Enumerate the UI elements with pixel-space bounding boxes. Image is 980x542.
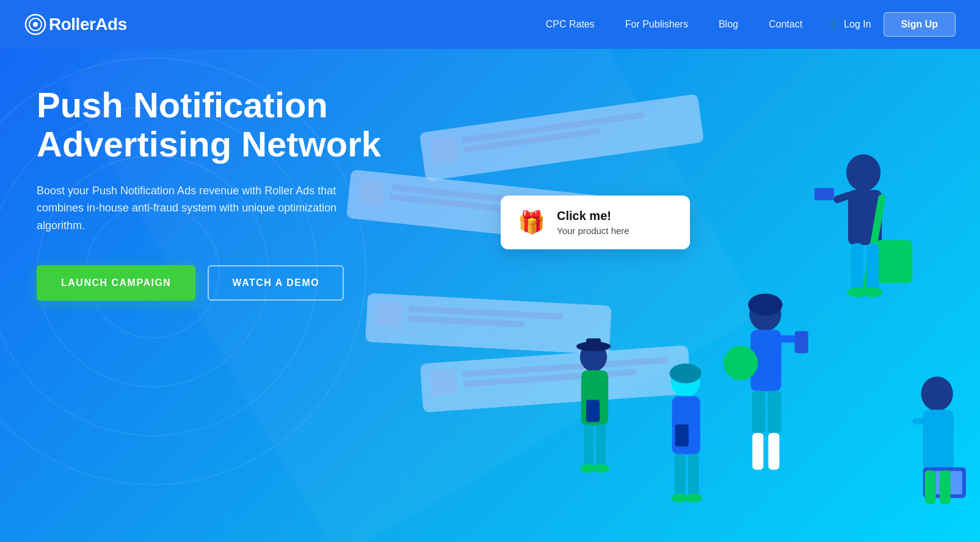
navigation: RollerAds CPC Rates For Publishers Blog … [0, 0, 980, 49]
svg-point-13 [724, 346, 758, 380]
svg-rect-5 [815, 188, 834, 200]
hero-buttons: LAUNCH CAMPAIGN WATCH A DEMO [37, 265, 403, 301]
svg-rect-23 [675, 425, 689, 447]
svg-rect-15 [795, 331, 808, 353]
svg-rect-34 [940, 471, 951, 504]
hero-title: Push Notification Advertising Network [37, 86, 403, 164]
svg-point-0 [846, 154, 880, 191]
hero-content: Push Notification Advertising Network Bo… [37, 86, 403, 301]
svg-rect-17 [768, 390, 781, 433]
svg-rect-30 [912, 418, 926, 424]
svg-rect-18 [752, 433, 763, 470]
signup-button[interactable]: Sign Up [884, 12, 956, 37]
svg-rect-29 [923, 409, 954, 471]
svg-point-28 [921, 376, 953, 411]
svg-rect-40 [584, 425, 593, 467]
svg-point-27 [685, 494, 702, 502]
svg-point-9 [863, 287, 882, 297]
svg-rect-37 [586, 339, 601, 348]
login-label: Log In [844, 19, 871, 30]
svg-rect-14 [777, 335, 796, 343]
svg-rect-24 [675, 454, 686, 497]
svg-rect-16 [752, 390, 765, 433]
svg-point-46 [33, 22, 38, 27]
svg-rect-33 [925, 471, 936, 504]
nav-auth: 👤 Log In Sign Up [827, 12, 956, 37]
svg-rect-25 [688, 454, 699, 497]
svg-rect-19 [768, 433, 779, 470]
svg-rect-41 [596, 425, 606, 467]
nav-blog[interactable]: Blog [719, 19, 738, 30]
illustration-area [336, 49, 980, 542]
nav-links: CPC Rates For Publishers Blog Contact [546, 19, 802, 30]
svg-rect-3 [876, 240, 912, 283]
watch-demo-button[interactable]: WATCH A DEMO [208, 265, 344, 301]
nav-contact[interactable]: Contact [769, 19, 802, 30]
user-icon: 👤 [827, 18, 840, 31]
logo-icon [24, 13, 46, 35]
nav-cpc-rates[interactable]: CPC Rates [546, 19, 595, 30]
hero-subtitle: Boost your Push Notification Ads revenue… [37, 182, 354, 235]
launch-campaign-button[interactable]: LAUNCH CAMPAIGN [37, 265, 195, 301]
logo[interactable]: RollerAds [24, 13, 127, 35]
svg-point-43 [592, 464, 609, 473]
svg-rect-7 [866, 243, 879, 292]
svg-rect-39 [586, 400, 600, 422]
svg-point-21 [670, 364, 702, 383]
svg-rect-6 [851, 243, 863, 292]
nav-for-publishers[interactable]: For Publishers [625, 19, 688, 30]
logo-text: RollerAds [49, 15, 127, 34]
svg-point-11 [748, 293, 782, 315]
login-button[interactable]: 👤 Log In [827, 18, 871, 31]
